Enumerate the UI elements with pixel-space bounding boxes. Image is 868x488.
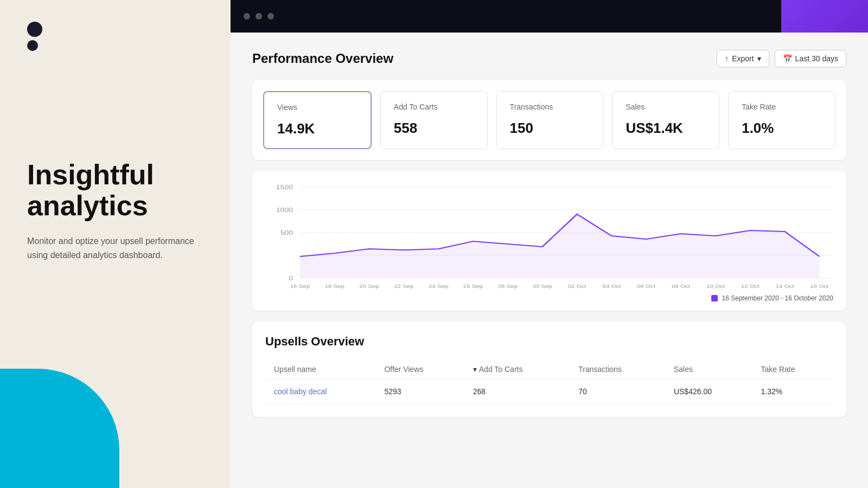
th-upsell-name: Upsell name bbox=[265, 359, 375, 380]
svg-text:16 Sep: 16 Sep bbox=[290, 284, 310, 289]
chart-svg: 1500 1000 500 0 16 Sep 18 Sep 20 Sep 22 … bbox=[265, 182, 833, 290]
performance-title: Performance Overview bbox=[252, 51, 393, 66]
header-actions: ↑ Export ▾ 📅 Last 30 days bbox=[717, 50, 846, 67]
sidebar-description: Monitor and optize your upsell performan… bbox=[27, 234, 201, 262]
date-range-button[interactable]: 📅 Last 30 days bbox=[775, 50, 846, 67]
stat-value: 150 bbox=[510, 120, 590, 137]
export-icon: ↑ bbox=[725, 54, 729, 63]
export-label: Export bbox=[732, 54, 754, 63]
svg-text:22 Sep: 22 Sep bbox=[394, 284, 414, 289]
svg-text:10 Oct: 10 Oct bbox=[706, 284, 725, 289]
topbar-dot-1 bbox=[244, 13, 250, 20]
top-right-accent bbox=[781, 0, 868, 33]
svg-text:04 Oct: 04 Oct bbox=[602, 284, 621, 289]
svg-text:24 Sep: 24 Sep bbox=[429, 284, 449, 289]
th-transactions: Transactions bbox=[570, 359, 665, 380]
sidebar: Insightful analytics Monitor and optize … bbox=[0, 0, 231, 488]
stat-label: Views bbox=[277, 103, 358, 112]
stat-label: Transactions bbox=[510, 102, 590, 111]
chart-container: 1500 1000 500 0 16 Sep 18 Sep 20 Sep 22 … bbox=[252, 171, 846, 311]
export-chevron-icon: ▾ bbox=[757, 54, 761, 63]
topbar bbox=[231, 0, 868, 33]
th-offer-views: Offer Views bbox=[375, 359, 464, 380]
svg-text:02 Oct: 02 Oct bbox=[568, 284, 586, 289]
stat-label: Sales bbox=[626, 102, 706, 111]
svg-text:18 Sep: 18 Sep bbox=[324, 284, 344, 289]
sort-arrow-icon: ▾ bbox=[473, 365, 477, 374]
svg-text:20 Sep: 20 Sep bbox=[359, 284, 379, 289]
svg-text:0: 0 bbox=[289, 275, 293, 281]
legend-swatch bbox=[711, 295, 718, 301]
upsells-title: Upsells Overview bbox=[265, 335, 833, 349]
stat-card-add-to-carts[interactable]: Add To Carts 558 bbox=[380, 91, 488, 149]
export-button[interactable]: ↑ Export ▾ bbox=[717, 50, 769, 67]
logo bbox=[27, 22, 203, 51]
svg-text:06 Oct: 06 Oct bbox=[637, 284, 655, 289]
stats-grid: Views 14.9K Add To Carts 558 Transaction… bbox=[263, 91, 835, 149]
content-area: Performance Overview ↑ Export ▾ 📅 Last 3… bbox=[231, 33, 868, 488]
sidebar-title: Insightful analytics bbox=[27, 159, 203, 221]
chart-legend: 16 September 2020 - 16 October 2020 bbox=[265, 294, 833, 302]
stat-card-take-rate[interactable]: Take Rate 1.0% bbox=[728, 91, 835, 149]
chart-area: 1500 1000 500 0 16 Sep 18 Sep 20 Sep 22 … bbox=[265, 182, 833, 290]
th-take-rate: Take Rate bbox=[752, 359, 833, 380]
svg-text:500: 500 bbox=[280, 229, 293, 236]
svg-text:28 Sep: 28 Sep bbox=[498, 284, 518, 289]
svg-text:16 Oct: 16 Oct bbox=[810, 284, 829, 289]
sidebar-accent-shape bbox=[0, 369, 119, 488]
logo-dot-small bbox=[27, 40, 38, 51]
upsells-section: Upsells Overview Upsell name Offer Views… bbox=[252, 322, 846, 417]
svg-text:08 Oct: 08 Oct bbox=[672, 284, 690, 289]
svg-text:14 Oct: 14 Oct bbox=[776, 284, 794, 289]
add-to-carts-cell: 268 bbox=[464, 380, 570, 404]
sales-cell: US$426.00 bbox=[665, 380, 752, 404]
date-range-label: Last 30 days bbox=[795, 54, 838, 63]
table-body: cool baby decal 5293 268 70 US$426.00 1.… bbox=[265, 380, 833, 404]
svg-text:1500: 1500 bbox=[276, 184, 293, 190]
stat-value: 1.0% bbox=[742, 120, 822, 137]
calendar-icon: 📅 bbox=[783, 54, 792, 63]
logo-dot-large bbox=[27, 22, 42, 37]
svg-text:26 Sep: 26 Sep bbox=[463, 284, 483, 289]
svg-text:30 Sep: 30 Sep bbox=[533, 284, 553, 289]
th-add-to-carts[interactable]: ▾Add To Carts bbox=[464, 359, 570, 380]
stat-value: 558 bbox=[394, 120, 474, 137]
main-area: Performance Overview ↑ Export ▾ 📅 Last 3… bbox=[231, 0, 868, 488]
topbar-dot-3 bbox=[267, 13, 274, 20]
stat-value: 14.9K bbox=[277, 120, 358, 137]
performance-header: Performance Overview ↑ Export ▾ 📅 Last 3… bbox=[252, 50, 846, 67]
stat-card-transactions[interactable]: Transactions 150 bbox=[496, 91, 604, 149]
chart-area-fill bbox=[300, 214, 820, 278]
chart-legend-label: 16 September 2020 - 16 October 2020 bbox=[722, 294, 833, 302]
stat-value: US$1.4K bbox=[626, 120, 706, 137]
table-row: cool baby decal 5293 268 70 US$426.00 1.… bbox=[265, 380, 833, 404]
stats-container: Views 14.9K Add To Carts 558 Transaction… bbox=[252, 80, 846, 160]
stat-label: Add To Carts bbox=[394, 102, 474, 111]
upsells-table: Upsell name Offer Views ▾Add To Carts Tr… bbox=[265, 359, 833, 404]
offer-views-cell: 5293 bbox=[375, 380, 464, 404]
transactions-cell: 70 bbox=[570, 380, 665, 404]
table-header: Upsell name Offer Views ▾Add To Carts Tr… bbox=[265, 359, 833, 380]
take-rate-cell: 1.32% bbox=[752, 380, 833, 404]
th-sales: Sales bbox=[665, 359, 752, 380]
stat-label: Take Rate bbox=[742, 102, 822, 111]
topbar-dot-2 bbox=[256, 13, 262, 20]
svg-text:12 Oct: 12 Oct bbox=[741, 284, 760, 289]
upsell-name-cell[interactable]: cool baby decal bbox=[265, 380, 375, 404]
table-header-row: Upsell name Offer Views ▾Add To Carts Tr… bbox=[265, 359, 833, 380]
svg-text:1000: 1000 bbox=[276, 207, 293, 213]
stat-card-views[interactable]: Views 14.9K bbox=[263, 91, 372, 149]
stat-card-sales[interactable]: Sales US$1.4K bbox=[612, 91, 719, 149]
